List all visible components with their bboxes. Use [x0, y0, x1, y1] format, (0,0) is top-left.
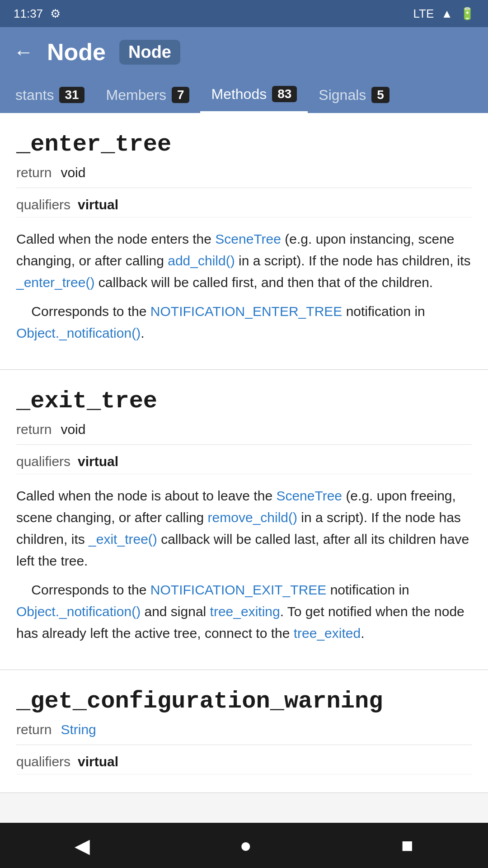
method-exit-tree: _exit_tree return void qualifiers virtua…: [0, 370, 488, 670]
link-tree-exited[interactable]: tree_exited: [294, 626, 361, 641]
qualifiers-label-2: qualifiers: [16, 454, 70, 469]
return-label: return: [16, 165, 52, 180]
return-label-3: return: [16, 722, 52, 737]
link-notif-exit-tree[interactable]: NOTIFICATION_EXIT_TREE: [150, 582, 327, 597]
status-right: LTE ▲ 🔋: [413, 7, 475, 21]
method-exit-tree-return: return void: [16, 422, 472, 445]
signal-icon: ▲: [441, 7, 453, 21]
tab-members-label: Members: [106, 87, 166, 104]
tab-methods[interactable]: Methods 83: [200, 77, 308, 113]
qualifiers-row: qualifiers virtual: [16, 188, 472, 217]
link-tree-exiting[interactable]: tree_exiting: [210, 604, 280, 619]
link-object-notification[interactable]: Object._notification(): [16, 326, 141, 340]
qualifiers-label-3: qualifiers: [16, 754, 70, 769]
qualifiers-label: qualifiers: [16, 197, 70, 212]
gear-icon: ⚙: [50, 7, 61, 21]
link-notif-enter-tree[interactable]: NOTIFICATION_ENTER_TREE: [150, 304, 342, 319]
nav-back-button[interactable]: ◀: [56, 830, 108, 862]
return-label-2: return: [16, 422, 52, 437]
status-left: 11:37 ⚙: [14, 7, 61, 21]
network-label: LTE: [413, 7, 434, 21]
link-object-notification-2[interactable]: Object._notification(): [16, 604, 141, 619]
battery-icon: 🔋: [460, 7, 474, 21]
link-remove-child[interactable]: remove_child(): [208, 510, 297, 525]
return-value: void: [61, 165, 85, 180]
nav-home-button[interactable]: ●: [221, 830, 270, 861]
bottom-nav: ◀ ● ■: [0, 823, 488, 868]
tab-members[interactable]: Members 7: [95, 77, 201, 113]
return-value-3-link[interactable]: String: [61, 722, 96, 737]
method-get-config-warning-name: _get_configuration_warning: [16, 688, 472, 715]
tabs-bar: stants 31 Members 7 Methods 83 Signals 5: [0, 77, 488, 113]
tab-signals[interactable]: Signals 5: [308, 77, 400, 113]
page-title: Node: [47, 38, 106, 66]
nav-recent-button[interactable]: ■: [383, 830, 432, 861]
method-get-config-warning-return: return String: [16, 722, 472, 745]
tab-members-count: 7: [172, 87, 190, 103]
method-exit-tree-name: _exit_tree: [16, 388, 472, 415]
method-enter-tree: _enter_tree return void qualifiers virtu…: [0, 113, 488, 370]
tab-signals-label: Signals: [319, 87, 366, 104]
qualifiers-row-3: qualifiers virtual: [16, 745, 472, 774]
status-time: 11:37: [14, 7, 43, 21]
return-value-2: void: [61, 422, 85, 437]
method-enter-tree-name: _enter_tree: [16, 131, 472, 158]
status-bar: 11:37 ⚙ LTE ▲ 🔋: [0, 0, 488, 27]
link-exit-tree-cb[interactable]: _exit_tree(): [89, 532, 157, 547]
method-get-config-warning: _get_configuration_warning return String…: [0, 670, 488, 793]
link-add-child[interactable]: add_child(): [168, 253, 235, 268]
tab-methods-label: Methods: [211, 86, 267, 103]
methods-content: _enter_tree return void qualifiers virtu…: [0, 113, 488, 793]
qualifiers-row-2: qualifiers virtual: [16, 445, 472, 474]
qualifiers-value-2: virtual: [78, 454, 118, 469]
link-scene-tree-2[interactable]: SceneTree: [276, 488, 342, 503]
tab-methods-count: 83: [272, 86, 297, 102]
back-button[interactable]: ←: [14, 41, 33, 63]
qualifiers-value-3: virtual: [78, 754, 118, 769]
link-enter-tree-cb[interactable]: _enter_tree(): [16, 275, 94, 290]
method-enter-tree-description: Called when the node enters the SceneTre…: [16, 228, 472, 344]
qualifiers-value: virtual: [78, 197, 118, 212]
tab-constants-label: stants: [15, 87, 54, 104]
node-badge: Node: [119, 40, 180, 65]
link-scene-tree[interactable]: SceneTree: [215, 231, 281, 246]
tab-constants[interactable]: stants 31: [5, 77, 95, 113]
tab-signals-count: 5: [371, 87, 389, 103]
method-exit-tree-description: Called when the node is about to leave t…: [16, 485, 472, 644]
tab-constants-count: 31: [59, 87, 84, 103]
header: ← Node Node: [0, 27, 488, 77]
method-enter-tree-return: return void: [16, 165, 472, 188]
